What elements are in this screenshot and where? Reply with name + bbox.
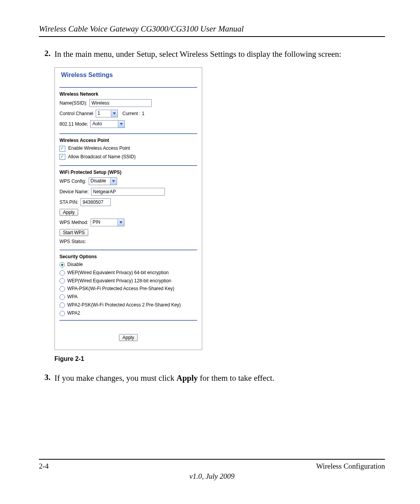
wps-config-label: WPS Config: bbox=[60, 178, 86, 184]
wps-method-select[interactable]: PIN bbox=[91, 219, 124, 226]
security-options-header: Security Options bbox=[60, 254, 197, 259]
panel-title: Wireless Settings bbox=[60, 72, 197, 79]
svg-marker-3 bbox=[119, 221, 122, 224]
version-text: v1.0, July 2009 bbox=[39, 472, 385, 481]
section-name: Wireless Configuration bbox=[316, 462, 385, 471]
sec-disable-radio[interactable] bbox=[60, 262, 65, 268]
mode-value: Auto bbox=[91, 121, 118, 128]
ssid-input[interactable] bbox=[89, 99, 152, 107]
sec-wep64-label: WEP(Wired Equivalent Privacy) 64-bit enc… bbox=[67, 270, 169, 275]
wps-section: WiFi Protected Setup (WPS) WPS Config: D… bbox=[60, 165, 197, 244]
section-divider bbox=[60, 133, 197, 134]
wps-method-label: WPS Method: bbox=[60, 220, 88, 225]
control-channel-label: Control Channel bbox=[60, 111, 93, 116]
step-3-number: 3. bbox=[39, 373, 51, 383]
wps-apply-button[interactable]: Apply bbox=[60, 209, 78, 216]
control-channel-value: 1 bbox=[96, 110, 111, 117]
sec-wpa-radio[interactable] bbox=[60, 294, 65, 300]
security-options-section: Security Options Disable WEP(Wired Equiv… bbox=[60, 250, 197, 316]
wireless-network-section: Wireless Network Name(SSID): Control Cha… bbox=[60, 87, 197, 128]
step-2: 2. In the main menu, under Setup, select… bbox=[39, 49, 385, 60]
control-channel-select[interactable]: 1 bbox=[96, 110, 118, 117]
wireless-ap-header: Wireless Access Point bbox=[60, 138, 197, 143]
page-number: 2-4 bbox=[39, 462, 49, 471]
sec-wep128-radio[interactable] bbox=[60, 278, 65, 284]
enable-ap-label: Enable Wireless Access Point bbox=[68, 145, 130, 151]
wireless-settings-screenshot: Wireless Settings Wireless Network Name(… bbox=[54, 67, 202, 350]
section-divider bbox=[60, 320, 197, 320]
broadcast-ssid-label: Allow Broadcast of Name (SSID) bbox=[68, 154, 136, 159]
mode-label: 802.11 Mode: bbox=[60, 121, 88, 127]
wireless-ap-section: Wireless Access Point ✓ Enable Wireless … bbox=[60, 133, 197, 160]
sec-wpa2psk-radio[interactable] bbox=[60, 303, 65, 308]
enable-ap-checkbox[interactable]: ✓ bbox=[60, 146, 65, 152]
device-name-input[interactable] bbox=[91, 188, 165, 196]
sta-pin-label: STA PIN: bbox=[60, 200, 78, 205]
step-3-pre: If you make changes, you must click bbox=[54, 373, 177, 383]
sec-wep128-label: WEP(Wired Equivalent Privacy) 128-bit en… bbox=[67, 278, 171, 284]
step-3-post: for them to take effect. bbox=[198, 373, 275, 383]
control-channel-current: Current : 1 bbox=[122, 111, 145, 116]
section-divider bbox=[60, 87, 197, 88]
sec-wep64-radio[interactable] bbox=[60, 270, 65, 276]
svg-marker-1 bbox=[120, 123, 123, 125]
sec-wpa-label: WPA bbox=[67, 294, 77, 299]
ssid-label: Name(SSID): bbox=[60, 100, 87, 106]
manual-page: Wireless Cable Voice Gateway CG3000/CG31… bbox=[0, 0, 420, 504]
device-name-label: Device Name: bbox=[60, 189, 89, 194]
step-3-bold: Apply bbox=[177, 373, 198, 383]
svg-marker-0 bbox=[113, 112, 116, 115]
wps-status-label: WPS Status: bbox=[60, 239, 86, 244]
chevron-down-icon bbox=[111, 110, 117, 117]
footer-rule bbox=[39, 459, 385, 460]
chevron-down-icon bbox=[117, 219, 124, 226]
wps-header: WiFi Protected Setup (WPS) bbox=[60, 170, 197, 175]
chevron-down-icon bbox=[110, 178, 117, 185]
start-wps-button[interactable]: Start WPS bbox=[60, 229, 88, 236]
broadcast-ssid-checkbox[interactable]: ✓ bbox=[60, 154, 65, 160]
wireless-network-header: Wireless Network bbox=[60, 91, 197, 97]
step-3: 3. If you make changes, you must click A… bbox=[39, 373, 385, 383]
step-2-text: In the main menu, under Setup, select Wi… bbox=[54, 49, 385, 60]
step-3-text: If you make changes, you must click Appl… bbox=[54, 373, 385, 383]
mode-select[interactable]: Auto bbox=[90, 120, 125, 128]
wps-method-value: PIN bbox=[91, 219, 117, 226]
wps-config-value: Disable bbox=[89, 178, 110, 185]
sec-wpapsk-radio[interactable] bbox=[60, 286, 65, 292]
step-2-number: 2. bbox=[39, 49, 51, 60]
sec-wpa2psk-label: WPA2-PSK(Wi-Fi Protected Access 2 Pre-Sh… bbox=[67, 302, 181, 308]
manual-title: Wireless Cable Voice Gateway CG3000/CG31… bbox=[39, 24, 244, 33]
section-divider bbox=[60, 165, 197, 166]
wps-config-select[interactable]: Disable bbox=[89, 177, 117, 185]
sta-pin-input[interactable] bbox=[80, 198, 111, 206]
page-footer: 2-4 Wireless Configuration v1.0, July 20… bbox=[39, 459, 385, 481]
section-divider bbox=[60, 250, 197, 250]
sec-disable-label: Disable bbox=[67, 262, 83, 267]
sec-wpapsk-label: WPA-PSK(Wi-Fi Protected Access Pre-Share… bbox=[67, 286, 174, 291]
apply-button[interactable]: Apply bbox=[119, 334, 138, 341]
svg-marker-2 bbox=[112, 180, 115, 182]
chevron-down-icon bbox=[118, 121, 124, 128]
sec-wpa2-label: WPA2 bbox=[67, 310, 80, 316]
page-header: Wireless Cable Voice Gateway CG3000/CG31… bbox=[39, 24, 385, 37]
figure-caption: Figure 2-1 bbox=[54, 355, 385, 362]
sec-wpa2-radio[interactable] bbox=[60, 311, 65, 316]
